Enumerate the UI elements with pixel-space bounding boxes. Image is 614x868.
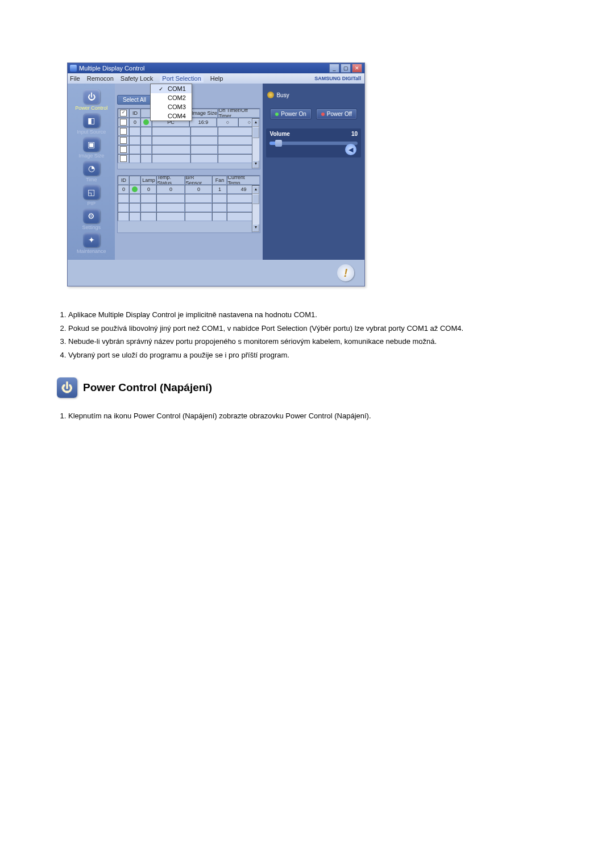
maximize-button[interactable]: ▢ [341, 64, 351, 73]
cell-br-sensor: 0 [185, 185, 212, 194]
list-item: Klepnutím na ikonu Power Control (Napáje… [68, 410, 571, 422]
cell-lamp: 0 [140, 185, 156, 194]
app-window: Multiple Display Control _ ▢ ✕ File Remo… [67, 63, 365, 286]
port-option-label: COM3 [168, 103, 186, 110]
port-selection-dropdown: ✓ COM1 COM2 COM3 COM4 [150, 84, 192, 121]
pip-icon: ◱ [83, 185, 100, 200]
sidebar-item-power-control[interactable]: ⏻ Power Control [68, 88, 115, 112]
power-off-dot-icon [321, 113, 325, 116]
sidebar-item-pip[interactable]: ◱ PIP [68, 184, 115, 207]
list-item: Vybraný port se uloží do programu a použ… [68, 350, 571, 361]
power-control-section-icon: ⏻ [57, 377, 77, 398]
list-item: Aplikace Multiple Display Control je imp… [68, 309, 571, 321]
check-all-icon[interactable]: ✓ [120, 110, 127, 117]
sidebar-item-label: Power Control [75, 105, 107, 111]
slider-thumb[interactable] [275, 140, 282, 147]
status-led-icon [143, 119, 149, 125]
scroll-up-icon[interactable]: ▴ [252, 119, 259, 127]
scrollbar[interactable]: ▴ ▾ [252, 118, 260, 169]
minimize-button[interactable]: _ [329, 64, 339, 73]
scroll-down-icon[interactable]: ▾ [252, 224, 259, 232]
clock-icon: ◔ [83, 161, 100, 176]
sidebar-item-settings[interactable]: ⚙ Settings [68, 207, 115, 231]
sidebar-item-label: PIP [87, 201, 96, 206]
cell-size: 16:9 [189, 118, 217, 127]
col-lamp: Lamp [140, 176, 156, 185]
bottom-bar: ! [68, 260, 364, 286]
busy-label: Busy [276, 92, 289, 98]
port-option-com2[interactable]: COM2 [151, 93, 192, 102]
port-option-com3[interactable]: COM3 [151, 102, 192, 111]
port-option-com1[interactable]: ✓ COM1 [151, 84, 192, 93]
sidebar-item-label: Settings [82, 225, 101, 230]
table-row [118, 154, 260, 163]
col-timer: On Timer/Off Timer [218, 109, 260, 118]
power-on-label: Power On [281, 111, 306, 117]
sidebar-item-time[interactable]: ◔ Time [68, 160, 115, 184]
cell-timer-on: ○ [217, 118, 238, 127]
sidebar-item-label: Time [86, 177, 97, 182]
menu-remocon[interactable]: Remocon [87, 75, 114, 82]
row-checkbox[interactable] [120, 119, 127, 126]
busy-indicator: Busy [263, 89, 364, 101]
sidebar-item-image-size[interactable]: ▣ Image Size [68, 136, 115, 160]
status-led-icon [132, 186, 138, 192]
menubar: File Remocon Safety Lock Port Selection … [68, 73, 364, 84]
maintenance-icon: ✦ [83, 232, 100, 247]
sidebar-item-maintenance[interactable]: ✦ Maintenance [68, 231, 115, 255]
scroll-down-icon[interactable]: ▾ [252, 160, 259, 168]
power-off-button[interactable]: Power Off [316, 109, 357, 119]
table-row [118, 127, 260, 136]
col-image-size: Image Size [190, 109, 218, 118]
power-off-label: Power Off [327, 111, 352, 117]
sidebar-item-input-source[interactable]: ◧ Input Source [68, 112, 115, 136]
port-option-label: COM2 [168, 94, 186, 101]
table-row [118, 212, 260, 221]
menu-port-selection[interactable]: Port Selection [160, 74, 203, 82]
sidebar-item-label: Input Source [77, 129, 106, 135]
list-item: Pokud se používá libovolný jiný port než… [68, 323, 571, 334]
gear-icon: ⚙ [83, 209, 100, 223]
cell-id: 0 [118, 185, 129, 194]
sidebar: ⏻ Power Control ◧ Input Source ▣ Image S… [68, 84, 115, 260]
power-on-dot-icon [275, 113, 279, 116]
col-br-sensor: B/R Sensor [185, 176, 212, 185]
titlebar[interactable]: Multiple Display Control _ ▢ ✕ [68, 63, 364, 73]
menu-help[interactable]: Help [210, 75, 223, 82]
speaker-icon[interactable]: ◀ [345, 144, 356, 155]
window-title: Multiple Display Control [79, 65, 329, 72]
control-panel: Busy Power On Power Off Volume 10 [263, 84, 364, 260]
power-icon: ⏻ [83, 89, 100, 104]
doc-list-1: Aplikace Multiple Display Control je imp… [57, 309, 571, 360]
info-icon[interactable]: ! [337, 264, 354, 281]
brand-label: SAMSUNG DIGITall [314, 76, 361, 81]
col-check[interactable]: ✓ [118, 109, 129, 118]
scroll-thumb[interactable] [252, 194, 259, 204]
scrollbar[interactable]: ▴ ▾ [252, 185, 260, 232]
col-status [129, 176, 140, 185]
scroll-thumb[interactable] [252, 127, 259, 138]
app-icon [70, 65, 77, 72]
table-row [118, 136, 260, 145]
table-row [118, 145, 260, 154]
busy-led-icon [267, 92, 274, 98]
col-id: ID [118, 176, 129, 185]
list-item: Nebude-li vybrán správný název portu pro… [68, 336, 571, 347]
menu-safety-lock[interactable]: Safety Lock [121, 75, 153, 82]
scroll-up-icon[interactable]: ▴ [252, 186, 259, 194]
col-temp-status: Temp. Status [156, 176, 185, 185]
section-heading: ⏻ Power Control (Napájení) [57, 377, 571, 398]
cell-fan: 1 [212, 185, 227, 194]
table-row[interactable]: 0 0 0 0 1 49 [118, 185, 260, 194]
menu-file[interactable]: File [70, 75, 80, 82]
display-grid-bottom: ID Lamp Temp. Status B/R Sensor Fan Curr… [117, 175, 260, 233]
volume-slider[interactable] [269, 142, 358, 145]
input-icon: ◧ [83, 113, 100, 128]
select-all-button[interactable]: Select All [117, 95, 151, 105]
close-button[interactable]: ✕ [352, 64, 362, 73]
volume-block: Volume 10 ◀ [266, 128, 361, 157]
power-on-button[interactable]: Power On [270, 109, 311, 119]
col-current-temp: Current Temp. [227, 176, 260, 185]
port-option-com4[interactable]: COM4 [151, 111, 192, 121]
table-row [118, 194, 260, 203]
